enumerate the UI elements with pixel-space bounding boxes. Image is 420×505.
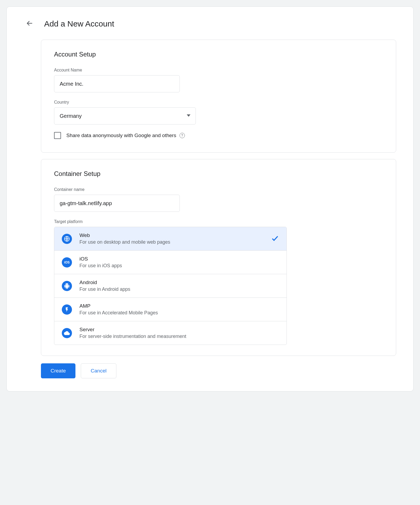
container-setup-heading: Container Setup xyxy=(54,170,383,178)
country-select[interactable]: Germany xyxy=(54,107,196,125)
platform-desc: For use in Android apps xyxy=(79,287,279,292)
platform-title: Web xyxy=(79,232,264,238)
country-label: Country xyxy=(54,100,383,105)
target-platform-list: Web For use on desktop and mobile web pa… xyxy=(54,227,287,345)
container-setup-card: Container Setup Container name Target pl… xyxy=(41,159,396,356)
share-data-label: Share data anonymously with Google and o… xyxy=(66,133,185,138)
account-setup-heading: Account Setup xyxy=(54,51,383,58)
account-name-input[interactable] xyxy=(54,75,180,92)
share-data-row: Share data anonymously with Google and o… xyxy=(54,132,383,139)
platform-title: Android xyxy=(79,280,279,285)
page-header: Add a New Account xyxy=(24,17,396,30)
ios-icon: iOS xyxy=(62,257,72,267)
target-platform-label: Target platform xyxy=(54,219,383,224)
platform-option-server[interactable]: Server For server-side instrumentation a… xyxy=(54,321,287,345)
platform-option-android[interactable]: Android For use in Android apps xyxy=(54,274,287,297)
account-name-label: Account Name xyxy=(54,68,383,73)
back-button[interactable] xyxy=(24,17,36,30)
platform-desc: For use in iOS apps xyxy=(79,263,279,269)
platform-title: iOS xyxy=(79,256,279,262)
platform-desc: For server-side instrumentation and meas… xyxy=(79,334,279,339)
share-data-checkbox[interactable] xyxy=(54,132,61,139)
globe-icon xyxy=(62,234,72,244)
platform-option-web[interactable]: Web For use on desktop and mobile web pa… xyxy=(54,227,287,250)
platform-option-ios[interactable]: iOS iOS For use in iOS apps xyxy=(54,250,287,274)
create-button[interactable]: Create xyxy=(41,363,75,378)
android-icon xyxy=(62,281,72,291)
platform-desc: For use on desktop and mobile web pages xyxy=(79,239,264,245)
bolt-icon xyxy=(62,304,72,315)
platform-title: AMP xyxy=(79,303,279,309)
check-icon xyxy=(271,234,279,243)
platform-title: Server xyxy=(79,327,279,333)
share-data-label-text: Share data anonymously with Google and o… xyxy=(66,133,176,138)
help-icon[interactable]: ? xyxy=(180,133,185,138)
account-setup-card: Account Setup Account Name Country Germa… xyxy=(41,40,396,153)
page-container: Add a New Account Account Setup Account … xyxy=(6,6,414,391)
page-title: Add a New Account xyxy=(44,19,114,28)
container-name-input[interactable] xyxy=(54,195,180,212)
cancel-button[interactable]: Cancel xyxy=(81,363,116,378)
container-name-field: Container name xyxy=(54,187,383,212)
container-name-label: Container name xyxy=(54,187,383,192)
arrow-left-icon xyxy=(26,20,33,28)
cloud-icon xyxy=(62,328,72,338)
country-field: Country Germany xyxy=(54,100,383,125)
platform-option-amp[interactable]: AMP For use in Accelerated Mobile Pages xyxy=(54,297,287,321)
actions-row: Create Cancel xyxy=(41,363,396,378)
account-name-field: Account Name xyxy=(54,68,383,92)
platform-desc: For use in Accelerated Mobile Pages xyxy=(79,310,279,316)
